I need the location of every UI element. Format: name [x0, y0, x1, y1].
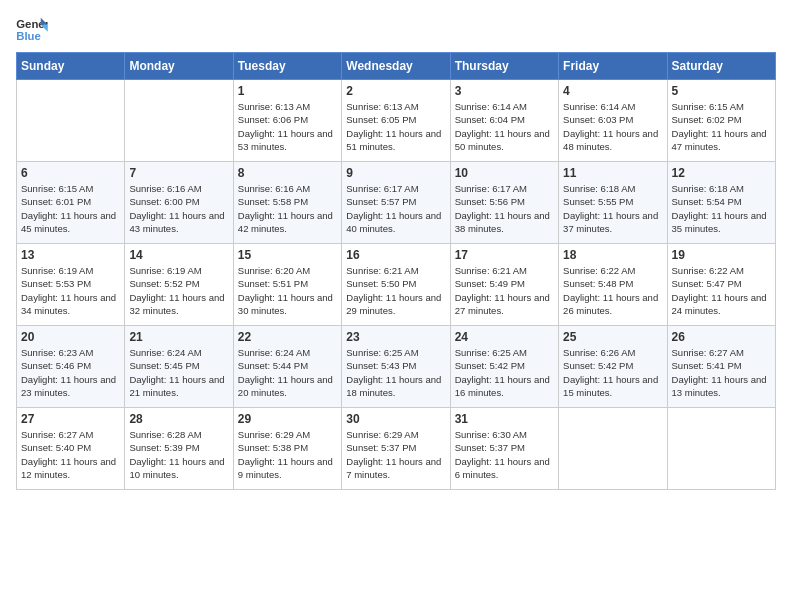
day-number: 13 [21, 248, 120, 262]
calendar-cell [667, 408, 775, 490]
calendar-cell: 24Sunrise: 6:25 AMSunset: 5:42 PMDayligh… [450, 326, 558, 408]
calendar-cell: 23Sunrise: 6:25 AMSunset: 5:43 PMDayligh… [342, 326, 450, 408]
day-number: 3 [455, 84, 554, 98]
day-number: 29 [238, 412, 337, 426]
weekday-header-thursday: Thursday [450, 53, 558, 80]
calendar-week-row: 13Sunrise: 6:19 AMSunset: 5:53 PMDayligh… [17, 244, 776, 326]
day-number: 11 [563, 166, 662, 180]
calendar-week-row: 27Sunrise: 6:27 AMSunset: 5:40 PMDayligh… [17, 408, 776, 490]
cell-info: Sunrise: 6:25 AMSunset: 5:43 PMDaylight:… [346, 346, 445, 399]
logo: General Blue [16, 16, 48, 44]
cell-info: Sunrise: 6:20 AMSunset: 5:51 PMDaylight:… [238, 264, 337, 317]
calendar-cell: 4Sunrise: 6:14 AMSunset: 6:03 PMDaylight… [559, 80, 667, 162]
cell-info: Sunrise: 6:30 AMSunset: 5:37 PMDaylight:… [455, 428, 554, 481]
day-number: 8 [238, 166, 337, 180]
cell-info: Sunrise: 6:21 AMSunset: 5:49 PMDaylight:… [455, 264, 554, 317]
day-number: 1 [238, 84, 337, 98]
day-number: 2 [346, 84, 445, 98]
calendar-cell: 30Sunrise: 6:29 AMSunset: 5:37 PMDayligh… [342, 408, 450, 490]
calendar-cell: 19Sunrise: 6:22 AMSunset: 5:47 PMDayligh… [667, 244, 775, 326]
calendar-cell: 17Sunrise: 6:21 AMSunset: 5:49 PMDayligh… [450, 244, 558, 326]
weekday-header-wednesday: Wednesday [342, 53, 450, 80]
weekday-header-monday: Monday [125, 53, 233, 80]
calendar-week-row: 1Sunrise: 6:13 AMSunset: 6:06 PMDaylight… [17, 80, 776, 162]
weekday-header-friday: Friday [559, 53, 667, 80]
day-number: 31 [455, 412, 554, 426]
day-number: 28 [129, 412, 228, 426]
calendar-cell: 9Sunrise: 6:17 AMSunset: 5:57 PMDaylight… [342, 162, 450, 244]
cell-info: Sunrise: 6:26 AMSunset: 5:42 PMDaylight:… [563, 346, 662, 399]
day-number: 24 [455, 330, 554, 344]
day-number: 7 [129, 166, 228, 180]
calendar-cell: 11Sunrise: 6:18 AMSunset: 5:55 PMDayligh… [559, 162, 667, 244]
calendar-week-row: 20Sunrise: 6:23 AMSunset: 5:46 PMDayligh… [17, 326, 776, 408]
calendar-cell: 12Sunrise: 6:18 AMSunset: 5:54 PMDayligh… [667, 162, 775, 244]
cell-info: Sunrise: 6:22 AMSunset: 5:47 PMDaylight:… [672, 264, 771, 317]
calendar-cell: 13Sunrise: 6:19 AMSunset: 5:53 PMDayligh… [17, 244, 125, 326]
cell-info: Sunrise: 6:29 AMSunset: 5:37 PMDaylight:… [346, 428, 445, 481]
day-number: 26 [672, 330, 771, 344]
calendar-cell: 25Sunrise: 6:26 AMSunset: 5:42 PMDayligh… [559, 326, 667, 408]
calendar-cell: 14Sunrise: 6:19 AMSunset: 5:52 PMDayligh… [125, 244, 233, 326]
day-number: 15 [238, 248, 337, 262]
day-number: 4 [563, 84, 662, 98]
cell-info: Sunrise: 6:19 AMSunset: 5:53 PMDaylight:… [21, 264, 120, 317]
calendar-cell: 29Sunrise: 6:29 AMSunset: 5:38 PMDayligh… [233, 408, 341, 490]
calendar-cell: 20Sunrise: 6:23 AMSunset: 5:46 PMDayligh… [17, 326, 125, 408]
cell-info: Sunrise: 6:16 AMSunset: 6:00 PMDaylight:… [129, 182, 228, 235]
calendar-cell: 21Sunrise: 6:24 AMSunset: 5:45 PMDayligh… [125, 326, 233, 408]
cell-info: Sunrise: 6:21 AMSunset: 5:50 PMDaylight:… [346, 264, 445, 317]
cell-info: Sunrise: 6:27 AMSunset: 5:40 PMDaylight:… [21, 428, 120, 481]
cell-info: Sunrise: 6:16 AMSunset: 5:58 PMDaylight:… [238, 182, 337, 235]
cell-info: Sunrise: 6:27 AMSunset: 5:41 PMDaylight:… [672, 346, 771, 399]
calendar-cell: 31Sunrise: 6:30 AMSunset: 5:37 PMDayligh… [450, 408, 558, 490]
calendar-cell: 16Sunrise: 6:21 AMSunset: 5:50 PMDayligh… [342, 244, 450, 326]
calendar-cell: 7Sunrise: 6:16 AMSunset: 6:00 PMDaylight… [125, 162, 233, 244]
calendar-cell: 10Sunrise: 6:17 AMSunset: 5:56 PMDayligh… [450, 162, 558, 244]
calendar-cell: 3Sunrise: 6:14 AMSunset: 6:04 PMDaylight… [450, 80, 558, 162]
cell-info: Sunrise: 6:24 AMSunset: 5:45 PMDaylight:… [129, 346, 228, 399]
day-number: 17 [455, 248, 554, 262]
calendar-cell: 1Sunrise: 6:13 AMSunset: 6:06 PMDaylight… [233, 80, 341, 162]
day-number: 23 [346, 330, 445, 344]
cell-info: Sunrise: 6:18 AMSunset: 5:55 PMDaylight:… [563, 182, 662, 235]
day-number: 10 [455, 166, 554, 180]
calendar-cell: 8Sunrise: 6:16 AMSunset: 5:58 PMDaylight… [233, 162, 341, 244]
day-number: 22 [238, 330, 337, 344]
cell-info: Sunrise: 6:29 AMSunset: 5:38 PMDaylight:… [238, 428, 337, 481]
cell-info: Sunrise: 6:25 AMSunset: 5:42 PMDaylight:… [455, 346, 554, 399]
weekday-header-sunday: Sunday [17, 53, 125, 80]
cell-info: Sunrise: 6:15 AMSunset: 6:01 PMDaylight:… [21, 182, 120, 235]
cell-info: Sunrise: 6:14 AMSunset: 6:04 PMDaylight:… [455, 100, 554, 153]
calendar-week-row: 6Sunrise: 6:15 AMSunset: 6:01 PMDaylight… [17, 162, 776, 244]
calendar-cell [559, 408, 667, 490]
calendar-cell: 18Sunrise: 6:22 AMSunset: 5:48 PMDayligh… [559, 244, 667, 326]
day-number: 25 [563, 330, 662, 344]
logo-icon: General Blue [16, 16, 48, 44]
weekday-header-row: SundayMondayTuesdayWednesdayThursdayFrid… [17, 53, 776, 80]
cell-info: Sunrise: 6:14 AMSunset: 6:03 PMDaylight:… [563, 100, 662, 153]
calendar-cell: 6Sunrise: 6:15 AMSunset: 6:01 PMDaylight… [17, 162, 125, 244]
cell-info: Sunrise: 6:17 AMSunset: 5:57 PMDaylight:… [346, 182, 445, 235]
day-number: 18 [563, 248, 662, 262]
calendar-cell: 27Sunrise: 6:27 AMSunset: 5:40 PMDayligh… [17, 408, 125, 490]
cell-info: Sunrise: 6:22 AMSunset: 5:48 PMDaylight:… [563, 264, 662, 317]
day-number: 12 [672, 166, 771, 180]
day-number: 21 [129, 330, 228, 344]
calendar-cell [125, 80, 233, 162]
day-number: 9 [346, 166, 445, 180]
cell-info: Sunrise: 6:15 AMSunset: 6:02 PMDaylight:… [672, 100, 771, 153]
cell-info: Sunrise: 6:13 AMSunset: 6:05 PMDaylight:… [346, 100, 445, 153]
cell-info: Sunrise: 6:24 AMSunset: 5:44 PMDaylight:… [238, 346, 337, 399]
day-number: 20 [21, 330, 120, 344]
day-number: 16 [346, 248, 445, 262]
cell-info: Sunrise: 6:23 AMSunset: 5:46 PMDaylight:… [21, 346, 120, 399]
day-number: 30 [346, 412, 445, 426]
page-header: General Blue [16, 16, 776, 44]
calendar-cell: 5Sunrise: 6:15 AMSunset: 6:02 PMDaylight… [667, 80, 775, 162]
day-number: 6 [21, 166, 120, 180]
weekday-header-tuesday: Tuesday [233, 53, 341, 80]
day-number: 14 [129, 248, 228, 262]
calendar-cell: 26Sunrise: 6:27 AMSunset: 5:41 PMDayligh… [667, 326, 775, 408]
weekday-header-saturday: Saturday [667, 53, 775, 80]
